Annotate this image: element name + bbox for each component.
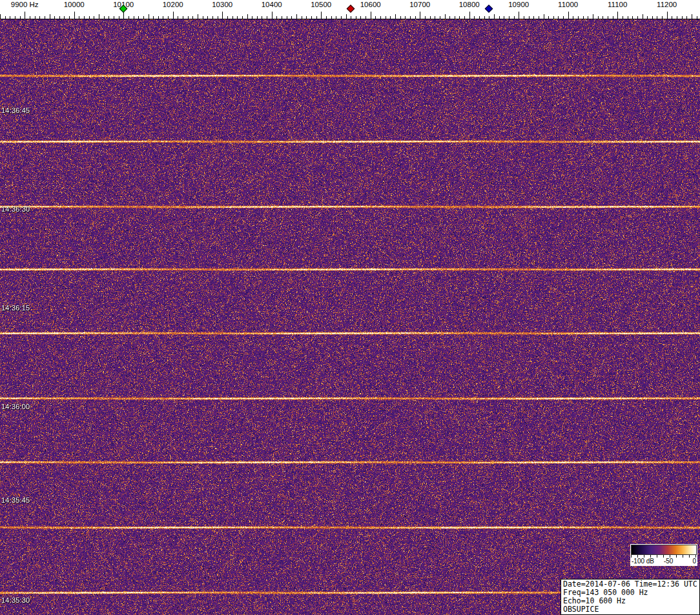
frequency-tick bbox=[20, 16, 21, 19]
frequency-tick bbox=[455, 16, 455, 19]
frequency-tick bbox=[232, 16, 233, 19]
frequency-tick bbox=[108, 16, 109, 19]
frequency-tick bbox=[469, 12, 470, 19]
frequency-tick bbox=[449, 16, 450, 19]
frequency-tick bbox=[74, 12, 75, 19]
frequency-tick bbox=[291, 16, 292, 19]
colorbar-label-min: -100 dB bbox=[632, 558, 654, 565]
frequency-tick bbox=[445, 14, 446, 19]
frequency-tick-label: 10800 bbox=[459, 1, 480, 8]
frequency-tick bbox=[138, 16, 139, 19]
frequency-tick bbox=[360, 16, 361, 19]
frequency-tick bbox=[163, 16, 163, 19]
frequency-tick bbox=[316, 16, 317, 19]
frequency-tick bbox=[282, 16, 282, 19]
frequency-tick bbox=[563, 16, 564, 19]
colorbar-labels: -100 dB -50 0 bbox=[631, 558, 697, 565]
frequency-tick bbox=[79, 16, 79, 19]
frequency-tick bbox=[326, 16, 327, 19]
frequency-tick bbox=[519, 12, 519, 19]
frequency-tick bbox=[257, 16, 258, 19]
frequency-tick bbox=[262, 16, 262, 19]
frequency-tick-label: 11000 bbox=[558, 1, 578, 8]
frequency-tick bbox=[578, 16, 579, 19]
frequency-tick bbox=[686, 16, 687, 19]
colorbar-gradient bbox=[631, 545, 697, 555]
frequency-tick bbox=[632, 16, 633, 19]
frequency-tick bbox=[341, 16, 342, 19]
frequency-tick bbox=[331, 16, 332, 19]
spectrogram-canvas[interactable] bbox=[0, 19, 700, 615]
frequency-tick-label: 10200 bbox=[163, 1, 183, 8]
frequency-tick bbox=[69, 16, 70, 19]
frequency-tick bbox=[588, 16, 588, 19]
frequency-tick bbox=[306, 16, 307, 19]
frequency-marker-red[interactable] bbox=[347, 5, 355, 13]
frequency-tick bbox=[158, 16, 159, 19]
frequency-tick bbox=[276, 16, 277, 19]
frequency-tick bbox=[168, 16, 169, 19]
frequency-tick bbox=[568, 12, 569, 19]
frequency-marker-blue[interactable] bbox=[485, 5, 493, 13]
frequency-tick bbox=[50, 14, 50, 19]
frequency-tick bbox=[410, 16, 411, 19]
frequency-tick bbox=[598, 16, 599, 19]
frequency-tick bbox=[198, 14, 198, 19]
frequency-tick bbox=[59, 16, 60, 19]
frequency-tick bbox=[188, 16, 189, 19]
frequency-tick-label: 10300 bbox=[212, 1, 232, 8]
frequency-tick bbox=[104, 16, 105, 19]
frequency-tick bbox=[365, 16, 366, 19]
frequency-tick bbox=[400, 16, 401, 19]
colorbar-label-mid: -50 bbox=[664, 558, 673, 565]
frequency-tick bbox=[553, 16, 554, 19]
frequency-tick bbox=[143, 16, 144, 19]
time-axis-label: 14:35:30 bbox=[1, 596, 30, 604]
frequency-tick bbox=[479, 16, 480, 19]
frequency-tick bbox=[459, 16, 460, 19]
frequency-tick-label: 10900 bbox=[508, 1, 529, 8]
frequency-tick-label: 11200 bbox=[657, 1, 677, 8]
frequency-tick-label: 11100 bbox=[608, 1, 627, 8]
frequency-tick bbox=[296, 14, 297, 19]
frequency-tick bbox=[617, 12, 618, 19]
frequency-tick bbox=[30, 16, 30, 19]
frequency-tick bbox=[672, 16, 672, 19]
frequency-tick bbox=[573, 16, 573, 19]
frequency-tick bbox=[583, 16, 584, 19]
frequency-tick bbox=[390, 16, 391, 19]
frequency-tick bbox=[677, 16, 677, 19]
frequency-tick bbox=[667, 12, 668, 19]
frequency-tick bbox=[489, 16, 489, 19]
frequency-tick bbox=[287, 16, 287, 19]
frequency-tick bbox=[0, 14, 1, 19]
frequency-tick bbox=[252, 16, 252, 19]
frequency-tick bbox=[371, 12, 371, 19]
frequency-tick bbox=[153, 16, 154, 19]
frequency-tick bbox=[662, 16, 663, 19]
frequency-tick bbox=[10, 16, 10, 19]
frequency-tick bbox=[311, 16, 312, 19]
frequency-tick bbox=[623, 16, 623, 19]
frequency-tick bbox=[119, 16, 119, 19]
frequency-tick-label: 9900 Hz bbox=[11, 1, 39, 8]
frequency-tick bbox=[54, 16, 55, 19]
frequency-tick bbox=[242, 16, 243, 19]
time-axis-label: 14:35:45 bbox=[1, 496, 30, 504]
frequency-tick bbox=[692, 14, 692, 19]
frequency-tick bbox=[484, 16, 485, 19]
frequency-tick bbox=[420, 12, 420, 19]
frequency-tick bbox=[336, 16, 336, 19]
frequency-tick bbox=[94, 16, 94, 19]
frequency-ruler[interactable]: 9900 Hz100001010010200103001040010500106… bbox=[0, 0, 700, 19]
frequency-tick bbox=[351, 16, 351, 19]
frequency-tick bbox=[613, 16, 613, 19]
time-axis-label: 14:36:30 bbox=[1, 205, 30, 213]
frequency-tick bbox=[35, 16, 36, 19]
frequency-tick bbox=[539, 16, 539, 19]
frequency-tick bbox=[593, 14, 593, 19]
frequency-tick bbox=[207, 16, 208, 19]
colorbar-label-max: 0 bbox=[692, 558, 696, 565]
frequency-tick bbox=[494, 14, 495, 19]
frequency-tick bbox=[657, 16, 657, 19]
